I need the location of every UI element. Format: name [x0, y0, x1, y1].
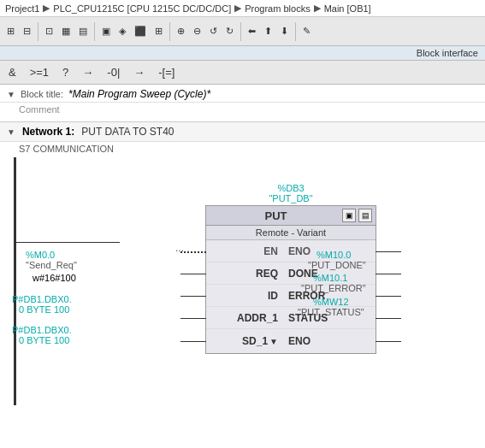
sd1-var-line2: 0 BYTE 100 [19, 335, 69, 345]
toolbar-btn-14[interactable]: ⬅ [245, 23, 259, 39]
fb-eno2-wire-right [376, 341, 401, 342]
fb-db-ref: %DB3 [205, 183, 376, 193]
fb-req-wire-left [180, 274, 206, 274]
fb-status-wire-right [376, 318, 401, 319]
toolbar-btn-6[interactable]: ▣ [98, 23, 114, 39]
power-rail [14, 157, 16, 405]
fb-done-wire-right [376, 274, 401, 274]
lad-diagram: %DB3 "PUT_DB" PUT ▣ ▤ Remote - Variant [0, 157, 485, 405]
fb-icon-2[interactable]: ▤ [358, 209, 372, 222]
addr1-var-line2: 0 BYTE 100 [19, 304, 69, 315]
toolbar-divider-4 [240, 22, 241, 41]
network-block: ▼ Network 1: PUT DATA TO ST40 S7 COMMUNI… [0, 121, 485, 405]
toolbar-divider-1 [38, 22, 38, 41]
fb-icon-1[interactable]: ▣ [342, 209, 356, 222]
breadcrumb: Project1 ▶ PLC_CPU1215C [CPU 1215C DC/DC… [0, 0, 485, 17]
lad-btn-assign[interactable]: -[=] [155, 64, 178, 80]
block-title-row: ▼ Block title: *Main Program Sweep (Cycl… [0, 85, 485, 103]
network-header: ▼ Network 1: PUT DATA TO ST40 [0, 122, 485, 142]
network-collapse-arrow[interactable]: ▼ [7, 127, 15, 137]
status-var-ref: %MW12 [313, 297, 349, 307]
addr1-var-line1: P#DB1.DBX0. [12, 294, 72, 304]
done-var-ref: %M10.0 [316, 250, 480, 260]
fb-title: PUT [210, 209, 342, 222]
toolbar-btn-2[interactable]: ⊟ [20, 23, 34, 39]
req-var-name: "Send_Req" [26, 260, 77, 270]
toolbar-btn-16[interactable]: ⬇ [277, 23, 292, 39]
network-comment: S7 COMMUNICATION [0, 142, 485, 157]
power-to-fb-wire [16, 242, 120, 243]
network-number: Network 1: [22, 126, 74, 138]
breadcrumb-sep-3: ▶ [314, 3, 321, 14]
fb-icon-area: ▣ ▤ [342, 209, 372, 222]
block-interface-label: Block interface [417, 48, 478, 58]
main-toolbar: ⊞ ⊟ ⊡ ▦ ▤ ▣ ◈ ⬛ ⊞ ⊕ ⊖ ↺ ↻ ⬅ ⬆ ⬇ ✎ [0, 17, 485, 46]
fb-id-wire-left [180, 296, 206, 297]
breadcrumb-main[interactable]: Main [OB1] [324, 3, 371, 14]
fb-pin-eno2-label: ENO [283, 335, 360, 347]
toolbar-divider-5 [295, 22, 296, 41]
toolbar-btn-3[interactable]: ⊡ [42, 23, 56, 39]
fb-pin-en-label: EN [206, 245, 283, 257]
status-var-name: "PUT_STATUS" [298, 307, 364, 317]
breadcrumb-sep-1: ▶ [43, 3, 50, 14]
block-title-label: Block title: [21, 89, 63, 99]
fb-sd1-wire-left [180, 341, 206, 342]
lad-btn-coil[interactable]: → [79, 64, 97, 80]
breadcrumb-plc[interactable]: PLC_CPU1215C [CPU 1215C DC/DC/DC] [53, 3, 231, 14]
content-area: ▼ Block title: *Main Program Sweep (Cycl… [0, 85, 485, 448]
lad-btn-and[interactable]: & [5, 64, 20, 80]
done-var-name: "PUT_DONE" [308, 260, 366, 270]
fb-pin-id-label: ID [206, 290, 283, 302]
fb-db-name: "PUT_DB" [205, 193, 376, 203]
toolbar-btn-11[interactable]: ⊖ [190, 23, 204, 39]
toolbar-btn-13[interactable]: ↻ [222, 23, 237, 39]
toolbar-divider-3 [169, 22, 170, 41]
toolbar-btn-10[interactable]: ⊕ [174, 23, 188, 39]
toolbar-btn-17[interactable]: ✎ [299, 23, 314, 39]
toolbar-btn-1[interactable]: ⊞ [3, 23, 18, 39]
toolbar-btn-8[interactable]: ⬛ [131, 23, 150, 39]
sd1-var-line1: P#DB1.DBX0. [12, 325, 72, 335]
fb-pin-sd1: SD_1 ▼ ENO [206, 329, 376, 353]
block-interface-bar: Block interface [0, 46, 485, 61]
fb-pin-sd1-label: SD_1 ▼ [206, 335, 283, 347]
toolbar-btn-7[interactable]: ◈ [115, 23, 129, 39]
block-comment[interactable]: Comment [0, 103, 485, 118]
breadcrumb-program-blocks[interactable]: Program blocks [245, 3, 310, 14]
breadcrumb-sep-2: ▶ [234, 3, 241, 14]
block-collapse-arrow[interactable]: ▼ [7, 90, 15, 99]
toolbar-btn-12[interactable]: ↺ [206, 23, 221, 39]
fb-addr1-wire-left [180, 318, 206, 319]
lad-btn-ge1[interactable]: >=1 [27, 64, 52, 80]
fb-en-wire-left [180, 251, 206, 253]
fb-box: PUT ▣ ▤ Remote - Variant ... [205, 205, 376, 354]
sd1-dropdown-icon[interactable]: ▼ [269, 337, 278, 346]
lad-toolbar: & >=1 ? → -0| → -[=] [0, 61, 485, 85]
toolbar-btn-9[interactable]: ⊞ [151, 23, 166, 39]
fb-title-row: PUT ▣ ▤ [206, 206, 376, 226]
fb-error-wire-right [376, 296, 401, 297]
fb-subtitle: Remote - Variant [206, 226, 376, 240]
id-var-ref: w#16#100 [33, 273, 76, 283]
error-var-name: "PUT_ERROR" [301, 283, 366, 293]
toolbar-divider-2 [94, 22, 95, 41]
toolbar-btn-5[interactable]: ▤ [75, 23, 91, 39]
toolbar-btn-15[interactable]: ⬆ [261, 23, 275, 39]
block-title-value[interactable]: *Main Program Sweep (Cycle)* [68, 88, 210, 100]
network-title: PUT DATA TO ST40 [81, 126, 174, 138]
fb-pin-req-label: REQ [206, 268, 283, 280]
lad-btn-nc[interactable]: -0| [104, 64, 123, 80]
req-var-ref: %M0.0 [26, 250, 55, 260]
toolbar-btn-4[interactable]: ▦ [58, 23, 74, 39]
breadcrumb-project[interactable]: Project1 [5, 3, 39, 14]
lad-btn-q[interactable]: ? [59, 64, 72, 80]
fb-pin-addr1-label: ADDR_1 [206, 312, 283, 324]
lad-btn-arrow[interactable]: → [130, 64, 148, 80]
error-var-ref: %M10.1 [313, 273, 347, 283]
fb-db-ref-area: %DB3 "PUT_DB" [205, 183, 376, 203]
